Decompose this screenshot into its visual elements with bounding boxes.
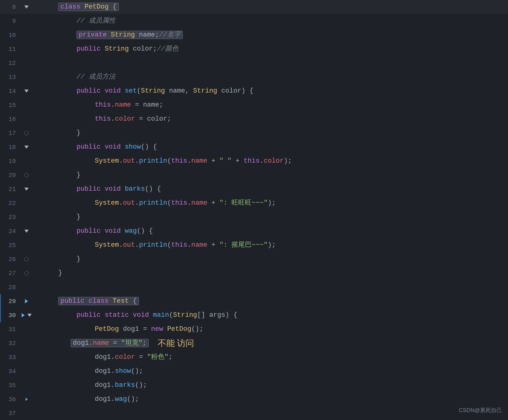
line-number: 21: [0, 186, 22, 193]
gutter-fold[interactable]: [22, 146, 31, 149]
table-row: 26 }: [0, 252, 508, 266]
line-number: 8: [0, 4, 22, 11]
gutter-circle: [22, 271, 31, 275]
line-number: 26: [0, 256, 22, 263]
line-number: 33: [0, 354, 22, 361]
line-number: 31: [0, 326, 22, 333]
line-number: 24: [0, 228, 22, 235]
line-number: 30: [0, 312, 22, 319]
gutter-small-arrow: [22, 398, 31, 401]
line-number: 19: [0, 158, 22, 165]
fold-circle-icon: [24, 131, 29, 135]
line-number: 18: [0, 144, 22, 151]
line-number: 36: [0, 396, 22, 403]
fold-circle-icon: [24, 257, 29, 261]
line-number: 37: [0, 410, 22, 417]
line-number: 12: [0, 60, 22, 67]
code-text: }: [31, 406, 80, 420]
line-number: 34: [0, 368, 22, 375]
gutter-circle: [22, 257, 31, 261]
line-number: 13: [0, 74, 22, 81]
run-arrow-icon: [22, 313, 25, 317]
run-arrow-icon: [25, 299, 28, 303]
line-number: 16: [0, 116, 22, 123]
watermark: CSDN@累死自己: [459, 407, 502, 414]
gutter-arrow[interactable]: [22, 299, 31, 303]
line-number: 28: [0, 284, 22, 291]
line-number: 11: [0, 46, 22, 53]
line-number: 25: [0, 242, 22, 249]
line-number: 22: [0, 200, 22, 207]
table-row: 31 PetDog dog1 = new PetDog();: [0, 322, 508, 336]
line-number: 14: [0, 88, 22, 95]
debug-arrow-icon: [26, 398, 28, 401]
fold-arrow-icon: [24, 230, 29, 233]
table-row: 36 dog1.wag();: [0, 392, 508, 406]
line-number: 17: [0, 130, 22, 137]
line-number: 23: [0, 214, 22, 221]
table-row: 11 public String color;//颜色: [0, 42, 508, 56]
fold-arrow-icon: [24, 188, 29, 191]
gutter-fold[interactable]: [22, 5, 31, 9]
gutter-circle: [22, 173, 31, 177]
active-line-indicator: [0, 308, 1, 322]
fold-arrow-icon: [24, 90, 29, 93]
line-number: 15: [0, 102, 22, 109]
gutter-fold[interactable]: [22, 230, 31, 233]
gutter-fold[interactable]: [22, 90, 31, 93]
code-editor: 8 class PetDog { 9 // 成员属性 10 private St…: [0, 0, 508, 420]
line-number: 27: [0, 270, 22, 277]
fold-circle-icon: [24, 271, 29, 275]
fold-arrow-icon: [24, 146, 29, 149]
table-row: 27 }: [0, 266, 508, 280]
line-number: 10: [0, 32, 22, 39]
line-number: 20: [0, 172, 22, 179]
gutter-circle: [22, 131, 31, 135]
fold-arrow-icon: [24, 5, 29, 9]
active-line-indicator: [0, 294, 1, 308]
line-number: 35: [0, 382, 22, 389]
gutter-fold[interactable]: [22, 313, 31, 317]
line-number: 9: [0, 18, 22, 25]
fold-circle-icon: [24, 173, 29, 177]
line-number: 29: [0, 298, 22, 305]
gutter-fold[interactable]: [22, 188, 31, 191]
line-number: 32: [0, 340, 22, 347]
